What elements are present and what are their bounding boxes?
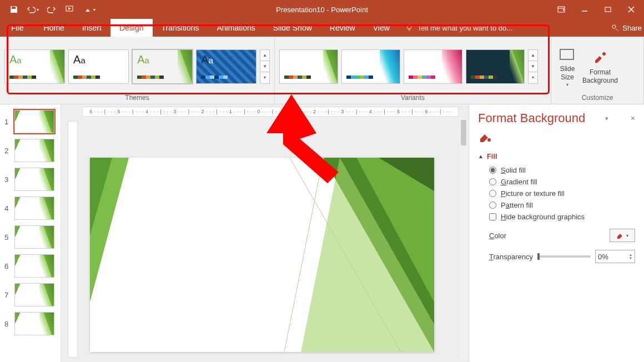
- color-picker-button[interactable]: ▾: [610, 229, 635, 242]
- group-variants: ▲▼▾ Variants: [275, 37, 551, 104]
- radio-solid-fill[interactable]: Solid fill: [489, 166, 635, 174]
- tab-review[interactable]: Review: [321, 19, 364, 37]
- tab-slideshow[interactable]: Slide Show: [264, 19, 321, 37]
- tab-home[interactable]: Home: [35, 19, 73, 37]
- undo-icon[interactable]: ▾: [23, 2, 42, 17]
- variant-thumb-3[interactable]: [404, 49, 462, 84]
- share-button[interactable]: Share: [611, 19, 642, 37]
- title-bar: ▾ ▾ Presentation10 - PowerPoint: [0, 0, 644, 19]
- tab-transitions[interactable]: Transitions: [153, 19, 208, 37]
- close-icon[interactable]: [622, 2, 641, 17]
- pane-close-icon[interactable]: ×: [631, 114, 635, 123]
- tab-insert[interactable]: Insert: [73, 19, 110, 37]
- slide-thumb-2[interactable]: 2: [0, 138, 61, 167]
- pane-title: Format Background▾×: [478, 111, 635, 125]
- transparency-row: Transparency 0% ▲▼: [489, 250, 635, 263]
- format-background-icon: [591, 48, 610, 67]
- ribbon-display-options-icon[interactable]: [552, 2, 571, 17]
- slide-thumb-4[interactable]: 4: [0, 195, 61, 224]
- svg-point-3: [407, 24, 411, 29]
- vertical-scrollbar[interactable]: [460, 118, 467, 359]
- svg-point-15: [487, 138, 491, 142]
- color-row: Color ▾: [489, 229, 635, 242]
- theme-thumb-2[interactable]: Aa: [68, 49, 129, 84]
- fill-section-header[interactable]: ▲Fill: [478, 152, 635, 160]
- slide-thumb-3[interactable]: 3: [0, 167, 61, 195]
- group-label-customize: Customize: [551, 93, 643, 104]
- svg-point-6: [602, 52, 606, 56]
- slide-editor: 6 · · · | · · · 5 · · · | · · · 4 · · · …: [61, 104, 469, 362]
- slide-size-button[interactable]: Slide Size ▾: [558, 45, 577, 87]
- svg-rect-2: [605, 7, 611, 12]
- theme-thumb-4[interactable]: Aa: [196, 49, 256, 84]
- radio-pattern-fill[interactable]: Pattern fill: [489, 201, 635, 209]
- svg-point-4: [612, 25, 616, 28]
- radio-gradient-fill[interactable]: Gradient fill: [489, 178, 635, 186]
- radio-picture-fill[interactable]: Picture or texture fill: [489, 189, 635, 198]
- paint-bucket-icon: [616, 232, 624, 239]
- share-icon: [611, 24, 619, 32]
- theme-thumb-1[interactable]: Aa: [4, 49, 65, 84]
- slide-thumb-8[interactable]: 8: [0, 311, 61, 340]
- themes-gallery-scroll[interactable]: ▲▼▾: [260, 49, 270, 84]
- start-from-beginning-icon[interactable]: [61, 2, 80, 17]
- redo-icon[interactable]: [42, 2, 61, 17]
- checkbox-hide-bg-graphics[interactable]: Hide background graphics: [489, 213, 635, 221]
- group-customize: Slide Size ▾ Format Background Customize: [551, 37, 644, 104]
- transparency-slider[interactable]: [537, 255, 591, 258]
- horizontal-ruler[interactable]: 6 · · · | · · · 5 · · · | · · · 4 · · · …: [82, 107, 459, 117]
- maximize-icon[interactable]: [598, 2, 617, 17]
- slide-size-icon: [558, 45, 577, 64]
- variant-thumb-1[interactable]: [279, 49, 338, 84]
- ribbon-tabs: File Home Insert Design Transitions Anim…: [0, 19, 644, 37]
- main-area: 1 2 3 4 5 6 7 8 6 · · · | · · · 5 · · · …: [0, 104, 644, 362]
- variants-gallery-scroll[interactable]: ▲▼▾: [528, 49, 538, 84]
- variant-thumb-2[interactable]: [341, 49, 400, 84]
- slide-thumb-7[interactable]: 7: [0, 282, 61, 311]
- group-label-variants: Variants: [275, 93, 551, 104]
- slide-thumb-5[interactable]: 5: [0, 224, 61, 253]
- tab-animations[interactable]: Animations: [208, 19, 264, 37]
- save-icon[interactable]: [4, 2, 23, 17]
- slide-thumbnails-panel: 1 2 3 4 5 6 7 8: [0, 104, 61, 362]
- group-themes: Aa Aa Aa Aa ▲▼▾ Themes: [0, 37, 275, 104]
- format-background-pane: Format Background▾× ▲Fill Solid fill Gra…: [469, 104, 644, 362]
- fill-bucket-icon[interactable]: [478, 130, 635, 147]
- slide-thumb-6[interactable]: 6: [0, 253, 61, 282]
- ribbon-design: Aa Aa Aa Aa ▲▼▾ Themes: [0, 37, 644, 104]
- group-label-themes: Themes: [0, 93, 274, 104]
- vertical-ruler[interactable]: [68, 121, 78, 358]
- touch-mode-icon[interactable]: ▾: [80, 2, 99, 17]
- tab-view[interactable]: View: [364, 19, 399, 37]
- transparency-spinner[interactable]: 0% ▲▼: [595, 250, 635, 263]
- tab-file[interactable]: File: [0, 19, 35, 37]
- minimize-icon[interactable]: [575, 2, 594, 17]
- pane-menu-icon[interactable]: ▾: [605, 115, 608, 122]
- format-background-button[interactable]: Format Background: [582, 48, 618, 84]
- window-title: Presentation10 - PowerPoint: [276, 6, 368, 14]
- slide-thumb-1[interactable]: 1: [0, 109, 61, 138]
- tell-me-search[interactable]: Tell me what you want to do...: [405, 19, 512, 37]
- quick-access-toolbar: ▾ ▾: [0, 2, 99, 17]
- tab-design[interactable]: Design: [110, 19, 153, 37]
- svg-rect-5: [560, 49, 573, 59]
- theme-thumb-3-selected[interactable]: Aa: [132, 49, 193, 84]
- variant-thumb-4[interactable]: [466, 49, 525, 84]
- lightbulb-icon: [405, 24, 413, 32]
- slide-canvas[interactable]: [90, 158, 434, 352]
